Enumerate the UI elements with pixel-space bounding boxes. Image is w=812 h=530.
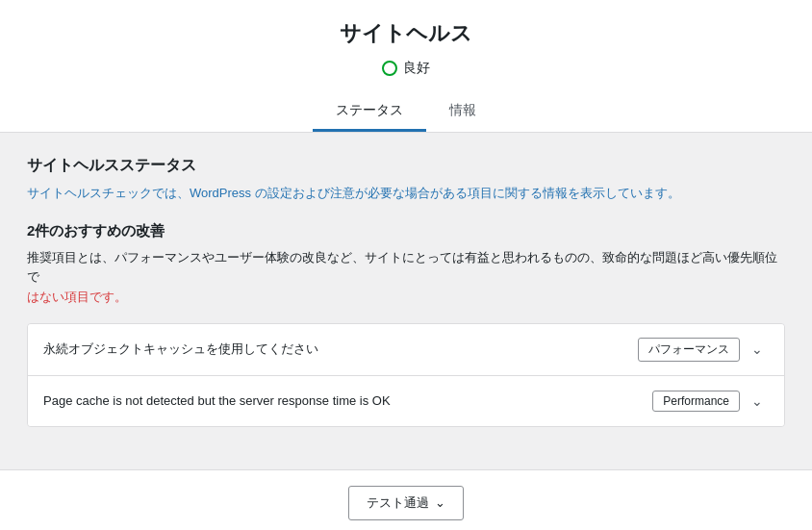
recommendation-desc-normal: 推奨項目とは、パフォーマンスやユーザー体験の改良など、サイトにとっては有益と思わ… [27, 250, 777, 285]
recommendation-desc: 推奨項目とは、パフォーマンスやユーザー体験の改良など、サイトにとっては有益と思わ… [27, 248, 785, 308]
items-list: 永続オブジェクトキャッシュを使用してください パフォーマンス ⌄ Page ca… [27, 323, 785, 427]
item-actions-1: Performance ⌄ [652, 390, 769, 413]
test-button-label: テスト通過 [367, 494, 429, 512]
badge-1: Performance [652, 391, 740, 412]
main-content: サイトヘルスステータス サイトヘルスチェックでは、WordPress の設定およ… [0, 133, 812, 469]
tab-info[interactable]: 情報 [426, 92, 499, 132]
page-wrapper: サイトヘルス 良好 ステータス 情報 サイトヘルスステータス サイトヘルスチェッ… [0, 0, 812, 530]
chevron-down-icon: ⌄ [435, 495, 445, 510]
recommendation-desc-red: はない項目です。 [27, 290, 127, 304]
improvements-title: 2件のおすすめの改善 [27, 222, 785, 240]
chevron-button-1[interactable]: ⌄ [746, 390, 769, 413]
item-text-1: Page cache is not detected but the serve… [43, 393, 652, 408]
badge-0: パフォーマンス [638, 338, 740, 362]
tabs-nav: ステータス 情報 [0, 92, 812, 132]
section-title: サイトヘルスステータス [27, 156, 785, 176]
test-button[interactable]: テスト通過 ⌄ [348, 486, 464, 520]
status-circle-icon [382, 61, 397, 76]
item-text-0: 永続オブジェクトキャッシュを使用してください [43, 341, 638, 358]
status-indicator: 良好 [382, 60, 430, 77]
status-label: 良好 [403, 60, 430, 77]
tab-status[interactable]: ステータス [313, 92, 426, 132]
page-title: サイトヘルス [0, 19, 812, 48]
table-row: 永続オブジェクトキャッシュを使用してください パフォーマンス ⌄ [28, 324, 784, 376]
header-section: サイトヘルス 良好 ステータス 情報 [0, 0, 812, 133]
description-text: サイトヘルスチェックでは、WordPress の設定および注意が必要な場合がある… [27, 184, 785, 203]
table-row: Page cache is not detected but the serve… [28, 376, 784, 426]
bottom-bar: テスト通過 ⌄ [0, 469, 812, 530]
chevron-button-0[interactable]: ⌄ [746, 338, 769, 361]
item-actions-0: パフォーマンス ⌄ [638, 338, 769, 362]
